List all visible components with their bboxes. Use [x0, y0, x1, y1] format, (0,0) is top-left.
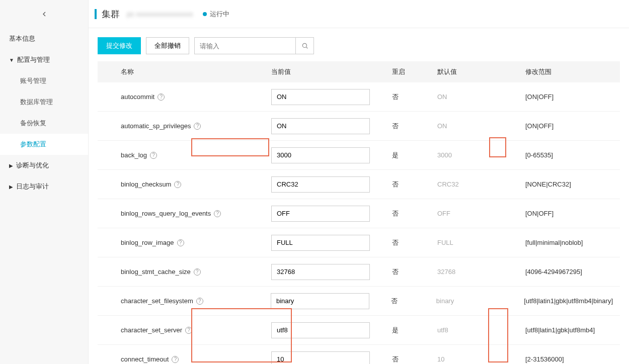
- param-restart: 否: [392, 238, 437, 247]
- table-row: binlog_rows_query_log_events?否OFF[ON|OFF…: [98, 199, 620, 228]
- sidebar-item-0[interactable]: 基本信息: [0, 28, 88, 49]
- param-default: FULL: [437, 239, 525, 246]
- param-name-text: character_set_server: [121, 326, 182, 334]
- param-value-input[interactable]: [271, 89, 370, 105]
- table-row: binlog_row_image?否FULL[full|minimal|nobl…: [98, 228, 620, 257]
- param-range: [4096-4294967295]: [525, 268, 620, 276]
- param-default: utf8: [437, 326, 525, 334]
- table-row: autocommit?否ON[ON|OFF]: [98, 82, 620, 112]
- search-button[interactable]: [295, 38, 313, 54]
- param-value-cell: [271, 264, 392, 280]
- back-button[interactable]: [0, 0, 88, 28]
- table-row: back_log?是3000[0-65535]: [98, 141, 620, 170]
- param-restart: 否: [392, 209, 437, 218]
- help-icon[interactable]: ?: [196, 298, 203, 305]
- col-header-default: 默认值: [437, 67, 525, 76]
- param-value-input[interactable]: [271, 293, 369, 309]
- sidebar-item-label: 数据库管理: [20, 98, 53, 107]
- content: 提交修改 全部撤销 名称 当前值 重启 默认值 修改范围 autocomm: [89, 28, 629, 364]
- param-name: binlog_stmt_cache_size?: [98, 268, 271, 276]
- param-name: binlog_checksum?: [98, 180, 271, 188]
- help-icon[interactable]: ?: [185, 327, 192, 334]
- param-range: [2-31536000]: [525, 355, 620, 363]
- help-icon[interactable]: ?: [150, 152, 157, 159]
- param-value-input[interactable]: [271, 322, 370, 338]
- param-default: 10: [437, 355, 525, 363]
- param-default: CRC32: [437, 180, 525, 188]
- param-value-cell: [271, 235, 392, 251]
- param-default: 3000: [437, 151, 525, 159]
- col-header-restart: 重启: [392, 67, 437, 76]
- param-range: [utf8|latin1|gbk|utf8mb4|binary]: [524, 297, 620, 305]
- table-row: binlog_checksum?否CRC32[NONE|CRC32]: [98, 170, 620, 199]
- col-header-value: 当前值: [271, 67, 392, 76]
- sidebar-item-4[interactable]: 备份恢复: [0, 113, 88, 134]
- status-text: 运行中: [210, 10, 229, 19]
- param-restart: 否: [392, 93, 437, 102]
- chevron-left-icon: [40, 10, 48, 18]
- sidebar-item-6[interactable]: ▶诊断与优化: [0, 155, 88, 176]
- header-accent: [95, 9, 97, 19]
- svg-point-0: [302, 43, 306, 47]
- param-name: automatic_sp_privileges?: [98, 122, 271, 130]
- sidebar-item-5[interactable]: 参数配置: [0, 134, 88, 155]
- cluster-id: pc-xxxxxxxxxxxxxxxx: [127, 10, 193, 18]
- param-value-input[interactable]: [271, 118, 370, 134]
- param-name-text: connect_timeout: [121, 355, 169, 363]
- help-icon[interactable]: ?: [177, 239, 184, 246]
- sidebar-item-1[interactable]: ▼配置与管理: [0, 49, 88, 70]
- param-value-input[interactable]: [271, 235, 370, 251]
- help-icon[interactable]: ?: [172, 356, 179, 363]
- param-name: character_set_filesystem?: [98, 297, 271, 305]
- search-input[interactable]: [195, 38, 295, 54]
- param-value-input[interactable]: [271, 147, 370, 163]
- status-dot: [203, 12, 207, 16]
- search-box: [194, 37, 314, 54]
- param-range: [ON|OFF]: [525, 122, 620, 130]
- search-icon: [301, 42, 308, 49]
- sidebar-item-label: 基本信息: [9, 34, 35, 43]
- param-name: binlog_rows_query_log_events?: [98, 210, 271, 217]
- param-value-input[interactable]: [271, 206, 370, 222]
- sidebar-item-3[interactable]: 数据库管理: [0, 92, 88, 113]
- param-default: ON: [437, 122, 525, 130]
- param-value-cell: [271, 206, 392, 222]
- help-icon[interactable]: ?: [194, 268, 201, 276]
- help-icon[interactable]: ?: [194, 123, 201, 130]
- sidebar-item-7[interactable]: ▶日志与审计: [0, 176, 88, 197]
- param-value-input[interactable]: [271, 264, 370, 280]
- caret-down-icon: ▼: [9, 57, 14, 63]
- param-value-input[interactable]: [271, 351, 370, 365]
- param-restart: 否: [392, 267, 437, 277]
- param-default: binary: [436, 297, 524, 305]
- caret-right-icon: ▶: [9, 163, 13, 168]
- table-row: automatic_sp_privileges?否ON[ON|OFF]: [98, 112, 620, 141]
- help-icon[interactable]: ?: [158, 94, 165, 101]
- param-name: connect_timeout?: [98, 355, 271, 363]
- sidebar-item-2[interactable]: 账号管理: [0, 70, 88, 92]
- param-range: [full|minimal|noblob]: [525, 239, 620, 246]
- table-header: 名称 当前值 重启 默认值 修改范围: [98, 61, 620, 82]
- param-value-cell: [271, 118, 392, 134]
- param-name-text: back_log: [121, 151, 147, 159]
- svg-line-1: [306, 47, 307, 49]
- sidebar-item-label: 日志与审计: [16, 182, 49, 191]
- table-row: binlog_stmt_cache_size?否32768[4096-42949…: [98, 257, 620, 287]
- table-row: character_set_filesystem?否binary[utf8|la…: [98, 287, 620, 316]
- param-value-input[interactable]: [271, 176, 370, 193]
- help-icon[interactable]: ?: [174, 181, 181, 188]
- param-name: character_set_server?: [98, 326, 271, 334]
- help-icon[interactable]: ?: [214, 210, 221, 217]
- param-default: OFF: [437, 210, 525, 217]
- param-name: autocommit?: [98, 93, 271, 101]
- params-table: 名称 当前值 重启 默认值 修改范围 autocommit?否ON[ON|OFF…: [98, 61, 620, 364]
- param-value-cell: [271, 89, 392, 105]
- param-name-text: binlog_rows_query_log_events: [121, 210, 211, 217]
- param-restart: 否: [391, 297, 436, 306]
- param-value-cell: [271, 147, 392, 163]
- revert-button[interactable]: 全部撤销: [146, 37, 189, 54]
- submit-button[interactable]: 提交修改: [98, 37, 141, 54]
- param-range: [0-65535]: [525, 151, 620, 159]
- caret-right-icon: ▶: [9, 184, 13, 190]
- page-title: 集群: [102, 8, 120, 20]
